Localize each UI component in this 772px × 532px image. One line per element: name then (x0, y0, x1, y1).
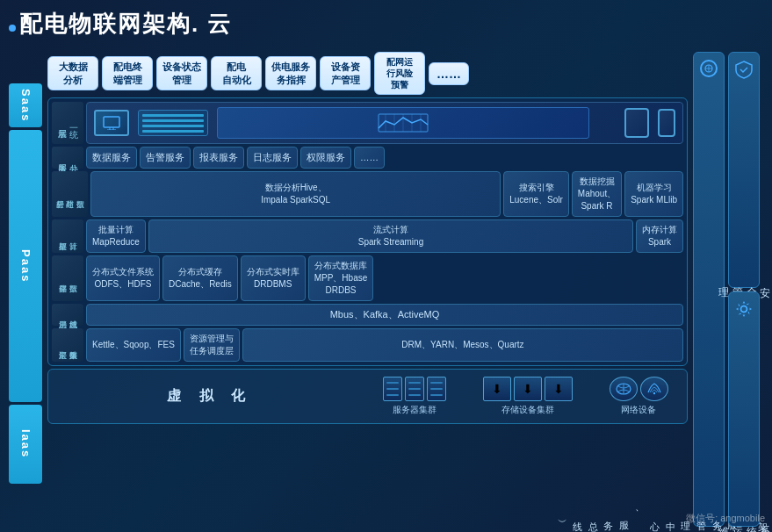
computing-label: 计算框架层 (52, 219, 83, 253)
iaas-devices: 服务器集群 ⬇ ⬇ ⬇ 存储设备集群 (372, 374, 681, 419)
cell-search: 搜索引擎Lucene、Solr (503, 171, 569, 217)
cell-auth-service: 权限服务 (300, 147, 351, 169)
router-icon-2 (640, 377, 668, 401)
svg-rect-0 (104, 117, 119, 127)
server-box-2 (405, 377, 424, 401)
server-cluster-label: 服务器集群 (393, 404, 437, 416)
cell-drdbms: 分布式实时库DRDBMS (241, 255, 306, 301)
data-processing-cells: 数据分析Hive、Impala SparkSQL 搜索引擎Lucene、Solr… (90, 171, 683, 217)
cell-spark-streaming: 流式计算Spark Streaming (148, 219, 633, 253)
right-side-panels: 分布式服务框架（服务管理中心、服务总线） 安全管理 (693, 52, 763, 527)
distributed-icon (700, 60, 718, 77)
public-service-cells: 数据服务 告警服务 报表服务 日志服务 权限服务 …… (86, 147, 683, 169)
bus-cells: Mbus、Kafka、ActiveMQ (86, 304, 683, 326)
monitor-icon (94, 110, 129, 136)
network-devices-label: 网络设备 (621, 404, 656, 416)
tablet-icon (624, 108, 649, 138)
cell-mbus: Mbus、Kafka、ActiveMQ (86, 304, 683, 326)
saas-dots: …… (429, 62, 469, 85)
bus-label: 广域总线消息层 (52, 304, 83, 326)
cell-drm: DRM、YARN、Mesos、Quartz (242, 328, 683, 362)
watermark: 微信号: angmobile (686, 512, 765, 525)
page-title: 配电物联网架构. 云 (19, 9, 232, 40)
server-cluster-group: 服务器集群 (383, 377, 446, 416)
shield-icon (734, 60, 754, 83)
computing-layer-row: 计算框架层 批量计算MapReduce 流式计算Spark Streaming … (52, 219, 683, 253)
computing-cells: 批量计算MapReduce 流式计算Spark Streaming 内存计算Sp… (86, 219, 683, 253)
collection-cells: Kettle、Sqoop、FES 资源管理与任务调度层 DRM、YARN、Mes… (86, 328, 683, 362)
network-icons (610, 377, 668, 401)
saas-btn-assets[interactable]: 设备资产管理 (320, 56, 371, 90)
storage-icon-2: ⬇ (514, 377, 542, 401)
cell-ml: 机器学习Spark MLlib (624, 171, 683, 217)
cell-odfs: 分布式文件系统ODFS、HDFS (86, 255, 160, 301)
cell-resource: 资源管理与任务调度层 (184, 328, 240, 362)
cell-alert-service: 告警服务 (140, 147, 191, 169)
virt-label: 虚 拟 化 (55, 387, 364, 406)
phone-icon (658, 109, 675, 137)
saas-btn-supply[interactable]: 供电服务务指挥 (265, 56, 316, 90)
saas-row: 大数据分析 配电终端管理 设备状态管理 配电自动化 供电服务务指挥 设备资产管理… (47, 52, 688, 95)
cell-dots: …… (354, 147, 385, 169)
center-area: 大数据分析 配电终端管理 设备状态管理 配电自动化 供电服务务指挥 设备资产管理… (47, 52, 688, 527)
main-container: 配电物联网架构. 云 Saas Paas Iaas 大数据分析 配电终端管理 设… (0, 0, 772, 532)
server-rack-icon (138, 110, 208, 136)
storage-label: 数据存储层 (52, 255, 83, 301)
system-ops-panel: 系统运维 (728, 291, 760, 528)
storage-cluster-label: 存储设备集群 (501, 404, 554, 416)
cell-spark: 内存计算Spark (636, 219, 683, 253)
saas-btn-terminal[interactable]: 配电终端管理 (102, 56, 153, 90)
gear-icon (734, 299, 754, 322)
security-panel: 安全管理 (728, 52, 760, 288)
storage-cells: 分布式文件系统ODFS、HDFS 分布式缓存DCache、Redis 分布式实时… (86, 255, 683, 301)
data-processing-label: 数据处理与分析层 (52, 171, 88, 217)
cell-datamining: 数据挖掘Mahout、Spark R (572, 171, 622, 217)
svg-point-12 (653, 392, 654, 394)
storage-icons: ⬇ ⬇ ⬇ (483, 377, 573, 401)
storage-cluster-group: ⬇ ⬇ ⬇ 存储设备集群 (483, 377, 573, 416)
storage-layer-row: 数据存储层 分布式文件系统ODFS、HDFS 分布式缓存DCache、Redis… (52, 255, 683, 301)
svg-point-18 (741, 306, 747, 312)
collection-label: 数据采集汇聚层 (52, 328, 83, 362)
cell-data-service: 数据服务 (86, 147, 137, 169)
saas-btn-device-status[interactable]: 设备状态管理 (156, 56, 207, 90)
router-icon-1 (610, 377, 638, 401)
storage-icon-3: ⬇ (545, 377, 573, 401)
collection-layer-row: 数据采集汇聚层 Kettle、Sqoop、FES 资源管理与任务调度层 DRM、… (52, 328, 683, 362)
cell-dcache: 分布式缓存DCache、Redis (162, 255, 238, 301)
cell-mapreduce: 批量计算MapReduce (86, 219, 146, 253)
storage-icon-1: ⬇ (483, 377, 511, 401)
security-label: 安全管理 (717, 278, 771, 280)
network-group: 网络设备 (610, 377, 668, 416)
saas-label: Saas (9, 83, 42, 127)
unified-layer-row: 统一展示层 (52, 102, 683, 144)
data-processing-layer-row: 数据处理与分析层 数据分析Hive、Impala SparkSQL 搜索引擎Lu… (52, 171, 683, 217)
server-box-3 (427, 377, 446, 401)
distributed-panel: 分布式服务框架（服务管理中心、服务总线） (693, 52, 725, 527)
public-service-layer-row: 公共服务层 数据服务 告警服务 报表服务 日志服务 权限服务 …… (52, 147, 683, 169)
cell-log-service: 日志服务 (247, 147, 298, 169)
bus-layer-row: 广域总线消息层 Mbus、Kafka、ActiveMQ (52, 304, 683, 326)
iaas-label: Iaas (9, 405, 42, 484)
server-icons (383, 377, 446, 401)
saas-btn-bigdata[interactable]: 大数据分析 (47, 56, 98, 90)
paas-label: Paas (9, 130, 42, 402)
left-labels: Saas Paas Iaas (9, 52, 42, 527)
saas-btn-risk[interactable]: 配网运行风险预警 (374, 52, 425, 95)
content-area: Saas Paas Iaas 大数据分析 配电终端管理 设备状态管理 配电自动化… (9, 52, 763, 527)
cell-kettle: Kettle、Sqoop、FES (86, 328, 181, 362)
public-service-label: 公共服务层 (52, 147, 83, 169)
unified-layer-label: 统一展示层 (52, 102, 83, 144)
saas-btn-auto[interactable]: 配电自动化 (211, 56, 262, 90)
paas-container: 统一展示层 (47, 97, 688, 366)
iaas-container: 虚 拟 化 (47, 369, 688, 424)
cell-hive: 数据分析Hive、Impala SparkSQL (90, 171, 501, 217)
unified-display-row (86, 102, 683, 144)
cell-report-service: 报表服务 (193, 147, 244, 169)
server-box-1 (383, 377, 402, 401)
cell-mpp: 分布式数据库MPP、HbaseDRDBS (308, 255, 374, 301)
